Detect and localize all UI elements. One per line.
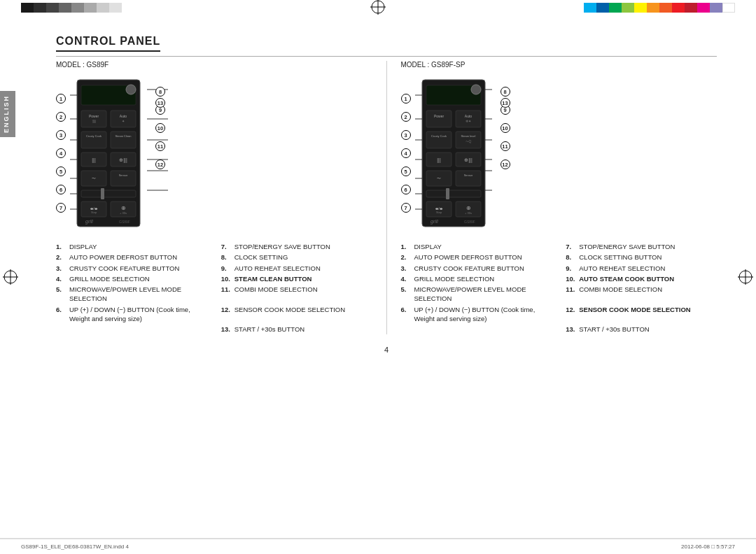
callout-4: 4	[56, 148, 66, 158]
color-bar-left	[21, 3, 122, 13]
callout-r6: 6	[401, 185, 411, 194]
svg-text:grill: grill	[85, 219, 93, 225]
svg-text:⊕: ⊕	[121, 205, 126, 211]
left-panel-section: MODEL : GS89F 1 2 3 4 5 6 7	[56, 61, 372, 334]
callout-r1: 1	[401, 94, 411, 104]
svg-rect-75	[446, 188, 449, 199]
list-item: 4. GRILL MODE SELECTION	[56, 274, 207, 283]
callout-r12: 12	[500, 159, 510, 169]
svg-text:✦: ✦	[122, 119, 125, 123]
svg-point-11	[126, 85, 136, 94]
svg-text:GS89F: GS89F	[464, 220, 475, 224]
right-panel-diagram: Power Auto ❄✦ Crusty Cook Steam level 〜Q…	[415, 73, 492, 235]
callout-r10: 10	[500, 123, 510, 133]
list-item: 10. STEAM CLEAN BUTTON	[221, 274, 372, 283]
list-item: 11. COMBI MODE SELECTION	[221, 285, 372, 304]
callout-13: 13	[155, 98, 165, 108]
svg-text:Stop: Stop	[435, 211, 442, 214]
list-item: 3. CRUSTY COOK FEATURE BUTTON	[401, 264, 552, 273]
callout-r11: 11	[500, 141, 510, 151]
svg-text:grill: grill	[430, 219, 438, 225]
svg-text:+ 30s: + 30s	[465, 211, 472, 215]
left-model-label: MODEL : GS89F	[56, 61, 372, 69]
english-sidebar: ENGLISH	[0, 91, 15, 137]
panel-divider	[386, 61, 387, 334]
right-callouts-right: 8 9 10 11 12 13	[500, 73, 510, 169]
svg-text:〜Q: 〜Q	[465, 139, 471, 143]
callout-r13: 13	[500, 98, 510, 108]
title-divider	[56, 56, 717, 57]
list-item: 7. STOP/ENERGY SAVE BUTTON	[221, 242, 372, 251]
list-item: 9. AUTO REHEAT SELECTION	[566, 264, 717, 273]
list-item: 1. DISPLAY	[401, 242, 552, 251]
svg-text:⊕: ⊕	[465, 205, 470, 211]
callout-r3: 3	[401, 130, 411, 140]
svg-text:Power: Power	[433, 114, 444, 118]
left-panel-svg: Power Auto ⬛ ✦ Crusty Cook Steam Clean |…	[70, 73, 147, 234]
svg-rect-74	[426, 190, 481, 197]
callout-r8: 8	[500, 87, 510, 97]
callout-r2: 2	[401, 112, 411, 122]
list-item: 13. START / +30s BUTTON	[221, 325, 372, 334]
list-item: 9. AUTO REHEAT SELECTION	[221, 264, 372, 273]
footer-left: GS89F-1S_ELE_DE68-03817W_EN.indd 4	[21, 544, 129, 550]
top-color-bar	[0, 0, 756, 15]
svg-text:⊕|||: ⊕|||	[119, 157, 127, 163]
list-item: 11. COMBI MODE SELECTION	[566, 285, 717, 304]
callout-6: 6	[56, 185, 66, 194]
svg-text:〜: 〜	[437, 176, 441, 180]
svg-text:+ 30s: + 30s	[120, 211, 127, 215]
right-panel-section: MODEL : GS89F-SP 1 2 3 4 5 6 7	[401, 61, 718, 334]
svg-text:❄✦: ❄✦	[465, 119, 471, 123]
list-item: 10. AUTO STEAM COOK BUTTON	[566, 274, 717, 283]
svg-text:|||: |||	[92, 157, 96, 163]
list-item: 8. CLOCK SETTING BUTTON	[566, 253, 717, 262]
list-item: 13. START / +30s BUTTON	[566, 325, 717, 334]
svg-text:Power: Power	[89, 114, 99, 118]
svg-rect-30	[81, 190, 136, 197]
callout-1: 1	[56, 94, 66, 104]
list-item: 12. SENSOR COOK MODE SELECTION	[566, 305, 717, 324]
callout-8: 8	[155, 87, 165, 97]
left-panel-right-callouts	[147, 73, 168, 234]
svg-text:GS89F: GS89F	[119, 220, 130, 224]
list-item: 3. CRUSTY COOK FEATURE BUTTON	[56, 264, 207, 273]
list-item: 4. GRILL MODE SELECTION	[401, 274, 552, 283]
color-bar-right	[584, 3, 735, 13]
svg-text:⊕|||: ⊕|||	[464, 157, 472, 163]
svg-point-55	[471, 85, 481, 94]
footer: GS89F-1S_ELE_DE68-03817W_EN.indd 4 2012-…	[0, 539, 756, 554]
right-panel-svg: Power Auto ❄✦ Crusty Cook Steam level 〜Q…	[415, 73, 492, 234]
reg-mark-right	[738, 269, 753, 285]
callout-5: 5	[56, 166, 66, 176]
list-item: 5. MICROWAVE/POWER LEVEL MODE SELECTION	[56, 285, 207, 304]
svg-rect-12	[81, 111, 106, 127]
list-item: 6. UP (+) / DOWN (−) BUTTON (Cook time, …	[56, 305, 207, 324]
list-item: 2. AUTO POWER DEFROST BUTTON	[56, 253, 207, 262]
callout-2: 2	[56, 112, 66, 122]
left-panel-diagram: Power Auto ⬛ ✦ Crusty Cook Steam Clean |…	[70, 73, 147, 235]
callout-12: 12	[155, 159, 165, 169]
svg-text:Crusty Cook: Crusty Cook	[430, 134, 446, 138]
left-items-list: 1. DISPLAY 7. STOP/ENERGY SAVE BUTTON 2.…	[56, 242, 372, 334]
svg-text:Steam Clean: Steam Clean	[115, 134, 131, 138]
callout-11: 11	[155, 141, 165, 151]
svg-text:Stop: Stop	[91, 211, 97, 214]
callout-3: 3	[56, 130, 66, 140]
footer-right: 2012-06-08 □ 5:57:27	[681, 544, 735, 550]
svg-text:Steam level: Steam level	[461, 134, 475, 138]
list-item: 2. AUTO POWER DEFROST BUTTON	[401, 253, 552, 262]
list-item: 6. UP (+) / DOWN (−) BUTTON (Cook time, …	[401, 305, 552, 324]
reg-mark-top	[370, 0, 386, 15]
callout-10: 10	[155, 123, 165, 133]
callout-7: 7	[56, 203, 66, 213]
list-item	[56, 325, 207, 334]
right-callouts-left: 1 2 3 4 5 6 7	[401, 73, 411, 213]
svg-text:Auto: Auto	[464, 114, 472, 118]
svg-text:⬛: ⬛	[92, 120, 96, 123]
callout-r4: 4	[401, 148, 411, 158]
right-model-label: MODEL : GS89F-SP	[401, 61, 718, 69]
list-item: 5. MICROWAVE/POWER LEVEL MODE SELECTION	[401, 285, 552, 304]
svg-rect-56	[426, 111, 451, 127]
svg-text:Sensor: Sensor	[119, 173, 128, 177]
